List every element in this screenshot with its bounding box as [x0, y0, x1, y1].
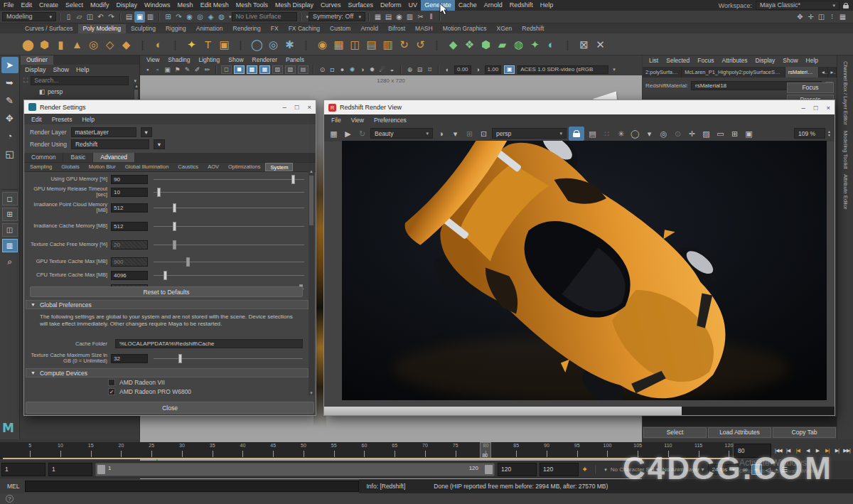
- attribute-editor-toggle-icon[interactable]: ✥: [795, 11, 805, 23]
- mirror-icon[interactable]: ↻: [396, 34, 412, 55]
- snap-curve-icon[interactable]: ↷: [173, 11, 184, 23]
- symmetry-dropdown[interactable]: Symmetry: Off ▾: [309, 12, 365, 21]
- ipr-render-icon[interactable]: ▤: [383, 11, 394, 23]
- slider-value-field[interactable]: 10: [111, 188, 148, 197]
- rs-subtab-sampling[interactable]: Sampling: [26, 163, 56, 171]
- animation-end-field[interactable]: 120: [540, 463, 579, 476]
- focus-button[interactable]: Focus: [787, 82, 834, 93]
- global-preferences-header[interactable]: ▼ Global Preferences: [26, 300, 309, 309]
- freeze-icon[interactable]: ✳: [615, 127, 627, 141]
- current-frame-marker[interactable]: 80: [480, 442, 491, 459]
- channel-box-toggle-icon[interactable]: ◫: [816, 11, 827, 23]
- delete-history-icon[interactable]: ✕: [592, 34, 608, 55]
- mash-distribute-icon[interactable]: ❖: [461, 34, 478, 55]
- svg-tool-icon[interactable]: ▣: [216, 34, 232, 55]
- shelf-tab-rendering[interactable]: Rendering: [228, 24, 266, 33]
- checkbox-checked-icon[interactable]: ✓: [108, 388, 115, 395]
- rv-menu-preferences[interactable]: Preferences: [370, 117, 411, 124]
- close-button[interactable]: ×: [307, 103, 311, 111]
- slider-track[interactable]: [154, 175, 304, 184]
- poly-cylinder-icon[interactable]: ▮: [53, 34, 69, 55]
- mash-world-icon[interactable]: ◐: [543, 34, 559, 55]
- shadows-mode-box[interactable]: ▨: [272, 65, 283, 74]
- slider-value-field[interactable]: 512: [111, 222, 148, 231]
- scale-tool[interactable]: ◱: [1, 146, 18, 162]
- type-tool-icon[interactable]: T: [200, 34, 216, 55]
- render-view-titlebar[interactable]: R Redshift Render View – □ ×: [324, 100, 835, 114]
- outliner-menu-show[interactable]: Show: [53, 66, 70, 73]
- ao-mode-box[interactable]: ▧: [285, 65, 296, 74]
- shelf-tab-arnold[interactable]: Arnold: [355, 24, 383, 33]
- wireframe-mode-box[interactable]: ◻: [221, 65, 232, 74]
- shelf-tab-bifrost[interactable]: Bifrost: [383, 24, 410, 33]
- poly-cube-icon[interactable]: ⬢: [36, 34, 53, 55]
- paint-select-tool[interactable]: ✎: [1, 92, 18, 109]
- make-live-icon[interactable]: ◍: [216, 11, 227, 23]
- all-lights-icon[interactable]: ◑: [358, 66, 367, 73]
- diagnostics-icon[interactable]: ▨: [700, 127, 712, 141]
- layer-caret-icon[interactable]: ▾: [449, 127, 461, 141]
- select-hierarchy-icon[interactable]: ▤: [124, 11, 134, 23]
- panel-tab-channel-box-layer-editor[interactable]: Channel Box / Layer Editor: [842, 61, 849, 125]
- super-shape-icon[interactable]: ✦: [183, 34, 200, 55]
- camera-attributes-icon[interactable]: ▣: [163, 66, 172, 73]
- shelf-tab-mash[interactable]: MASH: [410, 24, 438, 33]
- viewport-menu-show[interactable]: Show: [225, 56, 247, 63]
- target-weld-icon[interactable]: ▥: [380, 34, 396, 55]
- slider-value-field[interactable]: 512: [111, 203, 148, 213]
- viewport-menu-shading[interactable]: Shading: [164, 56, 193, 63]
- render-settings-icon[interactable]: ◉: [394, 11, 404, 23]
- ae-menu-attributes[interactable]: Attributes: [718, 57, 751, 64]
- skeleton-icon[interactable]: ✱: [281, 34, 298, 55]
- select-object-icon[interactable]: ▣: [134, 11, 145, 23]
- pixel-probe-icon[interactable]: ⊙: [672, 127, 684, 141]
- render-using-dropdown[interactable]: Redshift: [71, 139, 149, 149]
- paint-effects-icon[interactable]: ✂: [415, 11, 426, 23]
- shelf-tab-animation[interactable]: Animation: [191, 24, 228, 33]
- snap-projected-center-icon[interactable]: ◎: [195, 11, 205, 23]
- snap-view-plane-icon[interactable]: ◈: [205, 11, 216, 23]
- shelf-tab-xgen[interactable]: XGen: [492, 24, 517, 33]
- viewport-menu-renderer[interactable]: Renderer: [249, 56, 281, 63]
- close-window-button[interactable]: Close: [26, 402, 314, 414]
- gamma-field[interactable]: 1.00: [485, 65, 502, 74]
- restart-render-icon[interactable]: ↻: [356, 127, 368, 141]
- slider-handle[interactable]: [291, 175, 295, 184]
- move-tool[interactable]: ✥: [1, 110, 18, 127]
- compute-devices-header[interactable]: ▼ Compute Devices: [26, 368, 309, 377]
- menu-redshift[interactable]: Redshift: [506, 0, 537, 11]
- save-scene-icon[interactable]: ◫: [85, 11, 95, 23]
- rs-subtab-caustics[interactable]: Caustics: [173, 163, 203, 171]
- chevron-down-icon[interactable]: ▾: [141, 127, 152, 137]
- menu-generate[interactable]: Generate: [421, 0, 455, 11]
- rs-subtab-optimizations[interactable]: Optimizations: [224, 163, 264, 171]
- minimize-button[interactable]: –: [801, 104, 805, 112]
- rs-subtab-system[interactable]: System: [265, 163, 293, 171]
- snap-grid-icon[interactable]: ⊞: [163, 11, 173, 23]
- poly-torus-icon[interactable]: ◎: [85, 34, 102, 55]
- rs-subtab-globals[interactable]: Globals: [57, 163, 83, 171]
- exposure-icon[interactable]: ◐: [443, 66, 452, 73]
- rs-subtab-aov[interactable]: AOV: [203, 163, 223, 171]
- grid-fill-icon[interactable]: ▤: [363, 34, 380, 55]
- menu-select[interactable]: Select: [62, 0, 87, 11]
- color-managed-toggle[interactable]: ▣: [504, 65, 515, 74]
- menu-windows[interactable]: Windows: [141, 0, 174, 11]
- rs-menu-help[interactable]: Help: [77, 116, 98, 123]
- select-component-icon[interactable]: ▥: [145, 11, 156, 23]
- slider-value-field[interactable]: 4096: [111, 271, 148, 280]
- mash-curve-icon[interactable]: ✦: [527, 34, 543, 55]
- poly-plane-icon[interactable]: ◇: [102, 34, 118, 55]
- shelf-tab-poly-modeling[interactable]: Poly Modeling: [78, 24, 126, 33]
- shelf-tab-redshift[interactable]: Redshift: [517, 24, 549, 33]
- command-input[interactable]: [25, 481, 359, 492]
- camera-icon[interactable]: ▪: [143, 66, 152, 73]
- shelf-tab-custom[interactable]: Custom: [325, 24, 355, 33]
- shelf-tab-motion-graphics[interactable]: Motion Graphics: [438, 24, 492, 33]
- bucket-grid-icon[interactable]: ⊞: [463, 127, 476, 141]
- texture-cache-max-slider[interactable]: [154, 354, 303, 363]
- live-surface-field[interactable]: No Live Surface: [232, 12, 297, 21]
- menu-edit[interactable]: Edit: [18, 0, 36, 11]
- viewport-menu-view[interactable]: View: [143, 56, 163, 63]
- menu-file[interactable]: File: [0, 0, 18, 11]
